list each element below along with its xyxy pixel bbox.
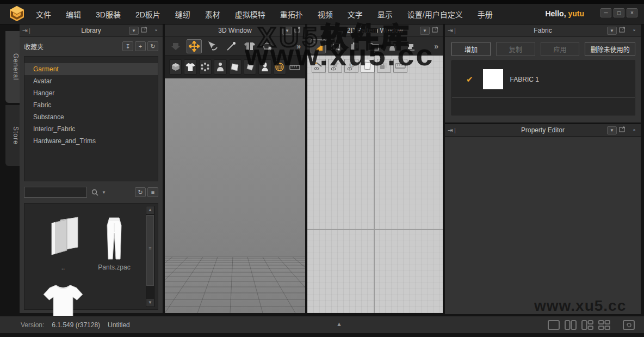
2d-popout-icon[interactable] xyxy=(432,27,441,35)
gizmo-dropdown-icon[interactable] xyxy=(168,39,183,53)
file-parent-folder[interactable]: .. xyxy=(38,216,89,271)
minimize-button[interactable]: ─ xyxy=(600,8,611,17)
layout-single-icon[interactable] xyxy=(547,319,560,330)
library-popout-icon[interactable] xyxy=(141,27,150,35)
sewing-machine-icon[interactable] xyxy=(403,39,418,53)
search-icon[interactable] xyxy=(91,189,98,196)
show-globe-icon[interactable] xyxy=(274,59,286,75)
file-scrollbar[interactable]: ▲ ≡ ▼ xyxy=(146,206,154,307)
show-info-eye-icon[interactable]: i xyxy=(344,59,358,73)
fabric-apply-button[interactable]: 应用 xyxy=(541,42,580,56)
2d-dropdown-icon[interactable]: ▼ xyxy=(420,27,430,35)
menu-2d-pattern[interactable]: 2D板片 xyxy=(135,9,160,20)
pin-tool-icon[interactable] xyxy=(224,39,239,53)
show-3d-box-icon[interactable] xyxy=(169,59,182,75)
library-close-icon[interactable]: × xyxy=(152,27,160,35)
library-item-avatar[interactable]: Avatar xyxy=(24,75,158,87)
show-bust-icon[interactable] xyxy=(258,59,271,75)
show-tape-icon[interactable] xyxy=(288,60,301,74)
menu-manual[interactable]: 手册 xyxy=(478,9,493,20)
refresh-favorites-icon[interactable]: ↻ xyxy=(147,41,158,51)
lock-pattern-icon[interactable] xyxy=(377,59,391,73)
scroll-down-icon[interactable]: ▼ xyxy=(146,299,154,307)
folder-icon[interactable] xyxy=(366,39,381,53)
menu-display[interactable]: 显示 xyxy=(377,9,393,20)
move-tool-icon[interactable] xyxy=(187,39,202,53)
2d-axis-horizontal xyxy=(307,229,443,230)
menu-text[interactable]: 文字 xyxy=(348,9,363,20)
search-input[interactable] xyxy=(24,187,87,198)
showhide-garment-icon[interactable] xyxy=(261,39,276,53)
transform-pattern-tool-icon[interactable] xyxy=(311,39,326,53)
property-dropdown-icon[interactable]: ▼ xyxy=(607,126,617,134)
menu-retopology[interactable]: 重拓扑 xyxy=(280,9,303,20)
copy-pattern-icon[interactable] xyxy=(348,39,363,53)
library-dropdown-icon[interactable]: ▼ xyxy=(129,27,139,35)
close-button[interactable]: × xyxy=(627,8,637,17)
library-item-hardware-and-trims[interactable]: Hardware_and_Trims xyxy=(24,135,158,147)
library-item-substance[interactable]: Substance xyxy=(24,111,158,123)
show-cloth2-icon[interactable] xyxy=(244,59,256,75)
layout-reset-icon[interactable] xyxy=(622,319,635,330)
property-close-icon[interactable]: × xyxy=(630,126,639,134)
favorites-list: Garment Avatar Hanger Fabric Substance I… xyxy=(24,56,158,181)
edit-pattern-tool-icon[interactable] xyxy=(329,39,344,53)
menu-file[interactable]: 文件 xyxy=(36,9,51,20)
fabric-delete-unused-button[interactable]: 删除未使用的 xyxy=(585,42,635,56)
3d-toolbar-overflow-icon[interactable]: » xyxy=(296,42,300,51)
refresh-files-icon[interactable]: ↻ xyxy=(135,187,146,197)
tab-general[interactable]: General xyxy=(5,31,20,103)
fabric-dropdown-icon[interactable]: ▼ xyxy=(607,27,617,35)
show-avatar-icon[interactable] xyxy=(214,59,226,75)
show-cloth1-icon[interactable] xyxy=(229,59,242,75)
maximize-button[interactable]: □ xyxy=(614,8,624,17)
avatar-2d-icon[interactable] xyxy=(385,39,400,53)
layout-quad-icon[interactable] xyxy=(597,319,611,330)
show-ruler-icon[interactable] xyxy=(393,59,407,73)
fabric-add-button[interactable]: 增加 xyxy=(451,42,491,56)
svg-text:i: i xyxy=(351,63,352,68)
3d-viewport[interactable] xyxy=(165,78,305,313)
layout-mixed-icon[interactable] xyxy=(580,319,594,330)
fabric-list-item[interactable]: ✔ FABRIC 1 xyxy=(452,61,635,98)
library-item-interior-fabric[interactable]: Interior_Fabric xyxy=(24,123,158,135)
search-options-icon[interactable]: ▼ xyxy=(102,190,106,195)
property-popout-icon[interactable] xyxy=(619,126,628,134)
menu-3d-garment[interactable]: 3D服装 xyxy=(96,9,121,20)
library-item-fabric[interactable]: Fabric xyxy=(24,99,158,111)
show-pattern-eye-icon[interactable] xyxy=(328,59,342,73)
fabric-popout-icon[interactable] xyxy=(619,27,628,35)
import-icon[interactable]: ↧ xyxy=(122,41,133,51)
2d-toolbar-overflow-icon[interactable]: » xyxy=(434,42,437,51)
menu-edit[interactable]: 编辑 xyxy=(66,9,81,20)
username[interactable]: yutu xyxy=(568,9,584,18)
statusbar-collapse-icon[interactable]: ▲ xyxy=(336,321,342,327)
library-item-hanger[interactable]: Hanger xyxy=(24,87,158,99)
show-pattern-piece-icon[interactable] xyxy=(361,59,375,73)
2d-viewport[interactable]: i xyxy=(307,56,443,313)
show-seamline-icon[interactable] xyxy=(312,59,326,73)
view-mode-icon[interactable]: ≡ xyxy=(147,187,158,197)
scrollbar-thumb[interactable]: ≡ xyxy=(146,215,154,286)
show-particle-icon[interactable] xyxy=(199,59,212,75)
menu-material[interactable]: 素材 xyxy=(205,9,220,20)
show-garment-icon[interactable] xyxy=(184,59,196,75)
3d-popout-icon[interactable] xyxy=(294,27,303,35)
3d-dropdown-icon[interactable]: ▼ xyxy=(282,27,292,35)
library-item-garment[interactable]: Garment xyxy=(24,63,158,75)
app-window: 文件 编辑 3D服装 2D板片 缝纫 素材 虚拟模特 重拓扑 视频 文字 显示 … xyxy=(0,0,644,337)
menu-sewing[interactable]: 缝纫 xyxy=(175,9,190,20)
scroll-up-icon[interactable]: ▲ xyxy=(146,206,154,214)
file-pants[interactable]: Pants.zpac xyxy=(89,216,140,271)
fabric-copy-button[interactable]: 复制 xyxy=(496,42,535,56)
menu-video[interactable]: 视频 xyxy=(318,9,333,20)
fabric-swatch[interactable] xyxy=(483,69,503,89)
menu-avatar[interactable]: 虚拟模特 xyxy=(235,9,265,20)
menu-settings[interactable]: 设置/用户自定义 xyxy=(407,9,463,20)
fabric-close-icon[interactable]: × xyxy=(630,27,639,35)
select-tool-icon[interactable] xyxy=(205,39,220,53)
layout-two-column-icon[interactable] xyxy=(564,319,577,330)
fold-arrangement-icon[interactable] xyxy=(242,39,257,53)
add-favorite-icon[interactable]: + xyxy=(135,41,146,51)
tab-store[interactable]: Store xyxy=(5,105,20,166)
